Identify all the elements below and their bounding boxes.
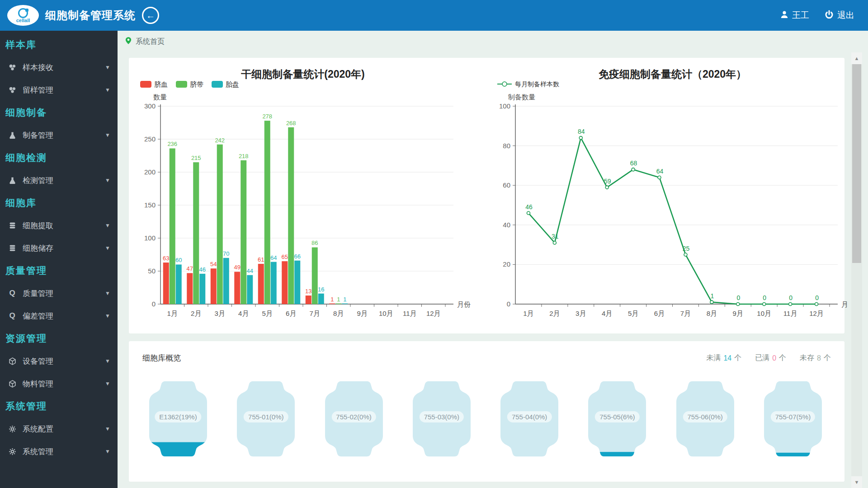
- svg-text:49: 49: [234, 264, 241, 271]
- cell-tank-755-05(6%)[interactable]: 755-05(6%): [588, 380, 646, 457]
- tank-label: 755-05(6%): [595, 411, 639, 422]
- sidebar-item-物料管理[interactable]: 物料管理▼: [0, 372, 118, 395]
- svg-text:数量: 数量: [153, 93, 167, 101]
- svg-text:250: 250: [144, 135, 156, 143]
- svg-text:1月: 1月: [167, 310, 178, 317]
- sidebar-group-1: 细胞制备: [0, 101, 118, 124]
- chevron-down-icon[interactable]: ▼: [105, 177, 110, 183]
- chevron-down-icon[interactable]: ▼: [105, 426, 110, 432]
- bank-stat-value: 14: [723, 354, 731, 362]
- chevron-down-icon[interactable]: ▼: [105, 132, 110, 138]
- location-pin-icon: [125, 37, 132, 47]
- gear-icon: [7, 425, 17, 433]
- breadcrumb[interactable]: 系统首页: [118, 31, 868, 52]
- sidebar-item-样本接收[interactable]: 样本接收▼: [0, 56, 118, 79]
- cell-tank-E1362(19%)[interactable]: E1362(19%): [149, 380, 207, 457]
- logout-button[interactable]: 退出: [825, 9, 854, 21]
- scrollbar-thumb[interactable]: [852, 64, 861, 263]
- app-title: 细胞制备管理系统: [45, 8, 136, 23]
- svg-text:10月: 10月: [379, 310, 393, 317]
- svg-text:1: 1: [710, 292, 714, 300]
- cell-tank-755-07(5%)[interactable]: 755-07(5%): [764, 380, 822, 457]
- chevron-down-icon[interactable]: ▼: [105, 448, 110, 455]
- cell-tank-755-02(0%)[interactable]: 755-02(0%): [325, 380, 383, 457]
- chevron-down-icon[interactable]: ▼: [105, 87, 110, 93]
- sidebar-item-制备管理[interactable]: 制备管理▼: [0, 124, 118, 146]
- sidebar-item-系统配置[interactable]: 系统配置▼: [0, 418, 118, 440]
- svg-text:215: 215: [191, 155, 201, 161]
- cell-tank-755-04(0%)[interactable]: 755-04(0%): [500, 380, 558, 457]
- sidebar-item-质量管理[interactable]: Q质量管理▼: [0, 282, 118, 305]
- main-area: 系统首页 干细胞制备量统计(2020年)脐血脐带胎盘数量050100150200…: [118, 31, 868, 488]
- cell-tank-755-03(0%)[interactable]: 755-03(0%): [413, 380, 471, 457]
- svg-text:86: 86: [311, 239, 318, 246]
- svg-text:8月: 8月: [707, 310, 717, 317]
- sidebar-item-检测管理[interactable]: 检测管理▼: [0, 169, 118, 192]
- chevron-down-icon[interactable]: ▼: [105, 290, 110, 296]
- immune-cell-line-chart: 免疫细胞制备量统计（2020年）每月制备样本数制备数量0204060801001…: [486, 58, 848, 333]
- cell-tank-755-01(0%)[interactable]: 755-01(0%): [237, 380, 295, 457]
- svg-text:7月: 7月: [310, 310, 320, 317]
- svg-text:100: 100: [499, 102, 510, 110]
- svg-text:20: 20: [503, 260, 510, 268]
- scrollbar-up-arrow-icon[interactable]: ▲: [851, 52, 862, 64]
- svg-text:16: 16: [318, 286, 324, 293]
- svg-text:25: 25: [683, 245, 690, 252]
- sidebar-item-设备管理[interactable]: 设备管理▼: [0, 350, 118, 372]
- svg-text:6月: 6月: [286, 310, 296, 317]
- sidebar-item-留样管理[interactable]: 留样管理▼: [0, 79, 118, 101]
- svg-text:65: 65: [282, 253, 288, 260]
- svg-text:5月: 5月: [262, 310, 273, 317]
- samples-icon: [7, 86, 17, 94]
- top-header: cellall 细胞制备管理系统 ← 王工 退出: [0, 0, 868, 31]
- sidebar-item-系统管理[interactable]: 系统管理▼: [0, 440, 118, 463]
- svg-text:1: 1: [337, 296, 340, 303]
- quality-icon: Q: [7, 312, 17, 320]
- database-icon: [7, 221, 17, 230]
- bank-stat-未存: 未存8个: [800, 353, 831, 363]
- tank-label: 755-03(0%): [420, 411, 464, 422]
- chevron-down-icon[interactable]: ▼: [105, 358, 110, 364]
- svg-text:0: 0: [789, 294, 793, 301]
- svg-text:脐带: 脐带: [190, 80, 203, 88]
- svg-text:1: 1: [330, 296, 334, 303]
- svg-text:300: 300: [144, 102, 156, 110]
- svg-text:268: 268: [286, 120, 296, 127]
- samples-icon: [7, 63, 17, 71]
- cell-bank-panel: 细胞库概览 未满14个已满0个未存8个 E1362(19%)755-01(0%)…: [129, 341, 844, 482]
- current-user[interactable]: 王工: [780, 9, 809, 21]
- svg-text:12月: 12月: [426, 310, 441, 317]
- cell-bank-title: 细胞库概览: [142, 353, 181, 363]
- quality-icon: Q: [7, 289, 17, 297]
- scrollbar-down-arrow-icon[interactable]: ▼: [851, 476, 862, 488]
- logout-label: 退出: [837, 9, 854, 21]
- svg-text:59: 59: [604, 178, 611, 185]
- svg-text:0: 0: [815, 294, 819, 301]
- database-icon: [7, 244, 17, 252]
- svg-text:242: 242: [215, 137, 225, 144]
- svg-text:9月: 9月: [733, 310, 743, 317]
- svg-text:40: 40: [503, 221, 510, 229]
- cell-tank-755-06(0%)[interactable]: 755-06(0%): [676, 380, 734, 457]
- svg-text:5月: 5月: [628, 310, 638, 317]
- sidebar-item-细胞提取[interactable]: 细胞提取▼: [0, 214, 118, 237]
- back-arrow-icon[interactable]: ←: [142, 7, 159, 24]
- svg-text:脐血: 脐血: [154, 80, 168, 88]
- cube-icon: [7, 357, 17, 365]
- svg-text:68: 68: [630, 160, 637, 167]
- cell-bank-header: 细胞库概览 未满14个已满0个未存8个: [129, 341, 844, 363]
- svg-text:9月: 9月: [357, 310, 368, 317]
- sidebar-group-4: 质量管理: [0, 259, 118, 282]
- chevron-down-icon[interactable]: ▼: [105, 64, 110, 70]
- svg-text:46: 46: [525, 203, 533, 211]
- sidebar-item-偏差管理[interactable]: Q偏差管理▼: [0, 305, 118, 327]
- chevron-down-icon[interactable]: ▼: [105, 222, 110, 229]
- sidebar-item-细胞储存[interactable]: 细胞储存▼: [0, 237, 118, 259]
- sidebar-group-0: 样本库: [0, 33, 118, 56]
- cell-bank-stats: 未满14个已满0个未存8个: [706, 353, 831, 363]
- chevron-down-icon[interactable]: ▼: [105, 245, 110, 251]
- chevron-down-icon[interactable]: ▼: [105, 313, 110, 319]
- svg-text:50: 50: [148, 267, 156, 275]
- chevron-down-icon[interactable]: ▼: [105, 380, 110, 387]
- header-right: 王工 退出: [780, 9, 854, 21]
